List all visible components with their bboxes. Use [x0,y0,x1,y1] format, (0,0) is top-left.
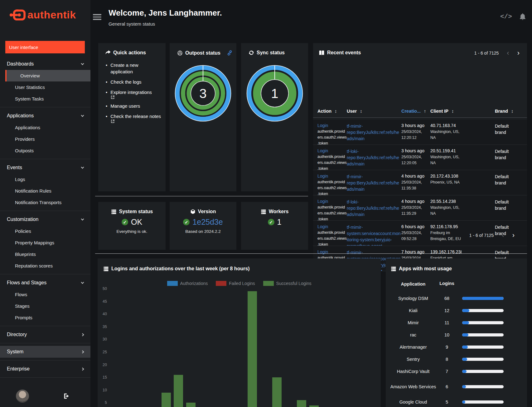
version-value-link[interactable]: 1e25d3e [192,218,223,227]
event-row[interactable]: Loginauthentik.providers.oauth2.views.to… [313,120,527,145]
event-user-link[interactable]: tf-mimir-system:serviceaccount:monitorin… [347,224,401,246]
event-geo: Washington, US, NA [430,205,462,217]
app-login-count: 10 [438,332,456,337]
event-action-link[interactable]: Login [317,174,328,179]
column-header-action[interactable]: Action↕ [317,109,347,114]
quick-action-explore-integrations[interactable]: •Explore integrations [106,89,161,99]
notifications-bell-icon[interactable] [519,12,527,21]
event-action-link[interactable]: Login [317,199,328,204]
sign-out-icon[interactable] [63,393,70,400]
sidebar-section-applications[interactable]: Applications [0,110,90,122]
event-row[interactable]: Loginauthentik.providers.oauth2.views.to… [313,195,527,221]
quick-action-check-the-logs[interactable]: •Check the logs [106,79,161,85]
page-next-icon[interactable]: › [512,233,515,238]
sidebar-item-user-statistics[interactable]: User Statistics [0,81,90,93]
sidebar-section-flows-and-stages[interactable]: Flows and Stages [0,277,90,289]
bar-successful-logins[interactable] [186,403,196,407]
event-action-link[interactable]: Login [317,123,328,128]
event-user-link[interactable]: tf-mimir-repo:BeryJu/k8s:ref:refs/heads/… [347,174,401,192]
app-usage-row: Synology DSM68 [386,292,527,304]
sidebar-item-overview[interactable]: Overview [5,70,90,81]
event-date: 25/03/2024, 11:35:29 [401,205,430,217]
menu-toggle-icon[interactable] [93,14,101,20]
legend-item-failed-logins[interactable]: Failed Logins [216,281,255,286]
sidebar-item-applications[interactable]: Applications [0,122,90,133]
sidebar-section-events[interactable]: Events [0,162,90,174]
sidebar-section-directory[interactable]: Directory [0,329,90,341]
bar-successful-logins[interactable] [272,377,282,407]
bar-successful-logins[interactable] [248,291,257,407]
sidebar-item-logs[interactable]: Logs [0,174,90,185]
sidebar-item-system-tasks[interactable]: System Tasks [0,93,90,105]
sort-icon[interactable]: ↕ [335,109,337,114]
user-interface-button[interactable]: User interface [5,41,85,53]
event-brand: Default brand [495,174,520,186]
sidebar-item-property-mappings[interactable]: Property Mappings [0,237,90,248]
sidebar-item-outposts[interactable]: Outposts [0,145,90,156]
event-action-link[interactable]: Login [317,224,328,229]
sidebar-item-flows[interactable]: Flows [0,289,90,300]
sidebar-section-system[interactable]: System [0,346,90,358]
sidebar-item-notification-transports[interactable]: Notification Transports [0,197,90,208]
app-usage-bar [462,297,504,300]
sidebar-item-stages[interactable]: Stages [0,300,90,312]
sidebar-section-dashboards[interactable]: Dashboards [0,58,90,70]
sort-icon[interactable]: ↑ [424,109,426,114]
column-header-user[interactable]: User↕ [347,109,401,114]
outpost-status-card: Outpost status 3 [170,43,236,191]
sync-status-donut[interactable]: 1 [246,65,303,122]
event-action-link[interactable]: Login [317,148,328,153]
apps-col-logins: Logins [438,281,456,286]
sidebar-item-prompts[interactable]: Prompts [0,312,90,323]
sidebar-section-enterprise[interactable]: Enterprise [0,363,90,375]
sort-icon[interactable]: ↕ [511,109,513,114]
events-table-body: Loginauthentik.providers.oauth2.views.to… [313,120,527,271]
quick-action-manage-users[interactable]: •Manage users [106,103,161,109]
pagination-bottom: 1 - 6 of 7125 ‹ › [469,233,515,238]
avatar[interactable] [16,390,29,403]
bar-successful-logins[interactable] [162,393,171,407]
quick-actions-card: Quick actions •Create a new application•… [98,43,166,191]
quick-action-create-a-new-application[interactable]: •Create a new application [106,62,161,75]
sidebar-item-providers[interactable]: Providers [0,133,90,145]
page-next-icon[interactable]: › [517,51,520,55]
legend-item-authorizations[interactable]: Authorizations [167,281,208,286]
sidebar-item-notification-rules[interactable]: Notification Rules [0,185,90,197]
api-browser-icon[interactable]: </> [500,13,512,20]
page-prev-icon[interactable]: ‹ [507,51,509,55]
sidebar-item-reputation-scores[interactable]: Reputation scores [0,260,90,272]
outpost-status-donut[interactable]: 3 [175,65,231,122]
event-row[interactable]: Loginauthentik.providers.oauth2.views.to… [313,145,527,170]
authentik-admin-dashboard: authentik User interface DashboardsOverv… [0,0,532,407]
recent-events-title: Recent events [327,50,361,56]
page-prev-icon[interactable]: ‹ [502,233,504,238]
pagination-label: 1 - 6 of 7125 [469,233,494,238]
column-header-client-ip[interactable]: Client IP↕ [430,109,462,114]
column-label: Creatio... [401,109,421,114]
workers-value: 1 [277,218,282,227]
event-user-link[interactable]: tf-mimir-repo:BeryJu/k8s:ref:refs/heads/… [347,123,401,142]
column-header-creatio-[interactable]: Creatio...↑ [401,109,430,114]
sidebar-section-customization[interactable]: Customization [0,213,90,225]
event-user-link[interactable]: tf-loki-repo:BeryJu/k8s:ref:refs/heads/m… [347,148,401,167]
chevron-right-icon [81,367,84,370]
event-time-ago: 4 hours ago [401,199,424,204]
column-header-brand[interactable]: Brand↕ [495,109,520,114]
bar-successful-logins[interactable] [297,400,306,407]
bar-successful-logins[interactable] [309,405,319,407]
bar-successful-logins[interactable] [174,375,183,407]
legend-item-successful-logins[interactable]: Successful Logins [263,281,312,286]
sidebar-item-blueprints[interactable]: Blueprints [0,248,90,260]
event-user-link[interactable]: tf-loki-repo:BeryJu/k8s:ref:refs/heads/m… [347,199,401,218]
outpost-link-icon[interactable] [227,50,233,56]
legend-label: Failed Logins [229,281,255,286]
sort-icon[interactable]: ↕ [360,109,362,114]
check-circle-icon: ✓ [122,219,128,225]
quick-action-check-the-release-notes[interactable]: •Check the release notes [106,113,161,123]
sort-icon[interactable]: ↕ [452,109,454,114]
book-icon [319,50,325,56]
event-row[interactable]: Loginauthentik.providers.oauth2.views.to… [313,170,527,195]
version-title: Version [198,209,216,214]
sidebar-item-policies[interactable]: Policies [0,225,90,237]
authentik-logo[interactable]: authentik [9,9,76,21]
